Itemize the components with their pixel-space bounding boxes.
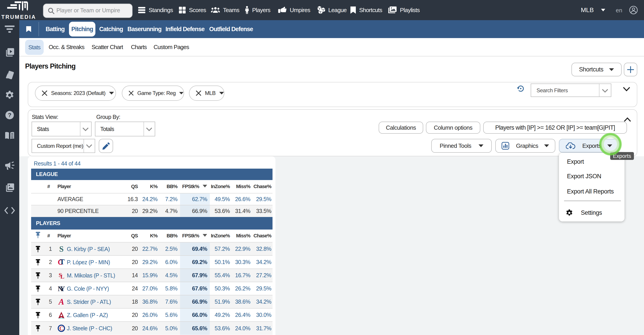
- svg-text:S: S: [59, 245, 63, 253]
- svg-text:Y: Y: [60, 285, 65, 292]
- svg-text:T: T: [60, 258, 64, 266]
- svg-text:A: A: [58, 298, 64, 306]
- svg-text:L: L: [60, 274, 64, 279]
- svg-text:?: ?: [8, 112, 12, 118]
- svg-text:C: C: [59, 325, 63, 332]
